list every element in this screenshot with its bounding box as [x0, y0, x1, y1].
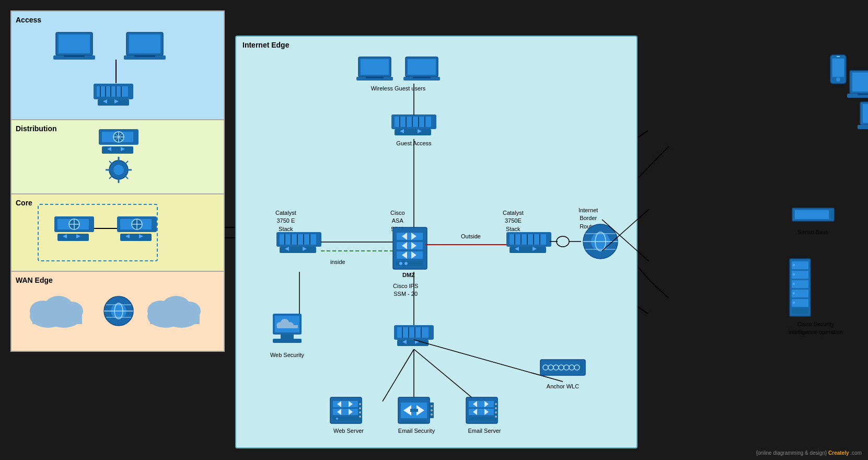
layer-access: Access — [10, 10, 225, 120]
svg-rect-107 — [366, 77, 384, 78]
v-line-asa-hub — [411, 272, 416, 329]
internet-edge-panel: Internet Edge Wireless Guest users — [235, 36, 638, 448]
guest-access-switch — [390, 112, 437, 139]
v-line-guest — [411, 84, 416, 115]
web-security-group: Web Security — [268, 311, 307, 358]
svg-rect-131 — [280, 247, 316, 253]
wan-router — [100, 295, 137, 327]
svg-point-225 — [495, 403, 497, 405]
inside-label: inside — [330, 259, 345, 265]
web-security-device — [268, 311, 307, 350]
svg-rect-39 — [97, 86, 128, 97]
svg-point-205 — [359, 416, 361, 418]
wireless-guest-label: Wireless Guest users — [356, 85, 440, 91]
anchor-wlc-group: Anchor WLC — [539, 355, 586, 389]
svg-rect-109 — [408, 59, 436, 75]
svg-rect-82 — [120, 234, 152, 241]
anchor-wlc-icon — [539, 355, 586, 382]
watermark-brand: Creately — [828, 450, 849, 456]
svg-rect-217 — [469, 401, 495, 407]
email-security-icon — [396, 395, 437, 426]
svg-rect-74 — [57, 234, 89, 241]
svg-point-203 — [359, 407, 361, 409]
cisco-security-icon — [784, 256, 816, 319]
svg-point-148 — [404, 262, 408, 265]
svg-point-266 — [793, 292, 795, 294]
wireless-guest-group: Wireless Guest users — [356, 55, 440, 91]
tablet-icon-right — [847, 68, 868, 102]
svg-rect-143 — [397, 251, 423, 259]
layer-distribution: Distribution — [10, 119, 225, 195]
email-server-group: Email Server — [464, 395, 505, 434]
catalyst-switch-right — [505, 230, 552, 256]
svg-rect-211 — [401, 420, 427, 423]
svg-point-200 — [336, 418, 338, 420]
wireless-laptop-1 — [356, 55, 393, 84]
v-line-guest-to-asa — [411, 139, 416, 233]
svg-point-227 — [495, 411, 497, 413]
svg-rect-239 — [832, 59, 844, 77]
svg-rect-247 — [863, 104, 868, 123]
svg-point-213 — [431, 405, 433, 407]
cisco-security-group: Cisco Security intelligence operation — [784, 256, 847, 337]
svg-point-214 — [431, 409, 433, 411]
web-server-label: Web Server — [328, 428, 369, 434]
svg-point-263 — [793, 264, 795, 266]
svg-point-264 — [793, 273, 795, 275]
svg-rect-103 — [150, 314, 200, 324]
svg-point-202 — [359, 403, 361, 405]
svg-rect-229 — [540, 360, 585, 375]
spoke-device-distribution — [98, 154, 140, 186]
svg-rect-174 — [277, 325, 298, 328]
email-security-group: Email Security — [396, 395, 437, 434]
senso-base-label: Senso Base — [790, 229, 837, 235]
cisco-asa-device — [390, 225, 437, 272]
access-label: Access — [16, 16, 219, 24]
svg-rect-45 — [98, 99, 129, 106]
svg-rect-248 — [858, 125, 868, 129]
svg-point-265 — [793, 283, 795, 285]
wan-label: WAN Edge — [16, 276, 219, 284]
cloud-right — [145, 288, 207, 329]
anchor-wlc-label: Anchor WLC — [539, 383, 586, 389]
svg-point-161 — [557, 236, 569, 247]
wireless-laptop-2 — [403, 55, 440, 84]
svg-rect-56 — [102, 146, 133, 154]
svg-rect-157 — [510, 247, 546, 253]
svg-rect-262 — [792, 308, 808, 314]
svg-point-60 — [113, 165, 124, 175]
h-line-inside-dashed — [321, 248, 397, 254]
svg-rect-196 — [333, 409, 359, 415]
svg-rect-140 — [397, 242, 423, 249]
svg-rect-31 — [59, 34, 90, 53]
diagram-container: Access — [0, 0, 868, 460]
email-server-label: Email Server — [464, 428, 505, 434]
svg-rect-254 — [795, 210, 829, 219]
watermark-suffix: .com — [850, 450, 862, 456]
switch-icon-access — [92, 79, 134, 108]
svg-rect-111 — [413, 77, 431, 78]
svg-rect-210 — [410, 409, 418, 412]
svg-rect-176 — [273, 339, 302, 343]
cloud-left — [27, 288, 90, 329]
h-line-cat-asa — [321, 239, 397, 245]
svg-rect-220 — [469, 409, 495, 415]
svg-rect-91 — [32, 314, 82, 324]
laptop-icon-right — [858, 99, 868, 133]
senso-base-icon — [790, 204, 837, 227]
svg-rect-223 — [469, 417, 495, 421]
svg-rect-193 — [333, 401, 359, 407]
internet-edge-label: Internet Edge — [242, 41, 289, 49]
svg-rect-255 — [830, 209, 834, 220]
v-line-web-security — [297, 272, 302, 314]
email-server-icon — [464, 395, 505, 426]
outside-label: Outside — [461, 233, 481, 239]
catalyst-switch-left — [275, 230, 322, 256]
svg-rect-37 — [134, 55, 155, 57]
switch-distribution — [98, 128, 140, 157]
loop-connection — [550, 234, 581, 249]
svg-rect-237 — [580, 362, 583, 373]
svg-rect-33 — [64, 55, 85, 57]
cisco-security-label: Cisco Security intelligence operation — [784, 320, 847, 337]
svg-rect-175 — [281, 335, 294, 339]
